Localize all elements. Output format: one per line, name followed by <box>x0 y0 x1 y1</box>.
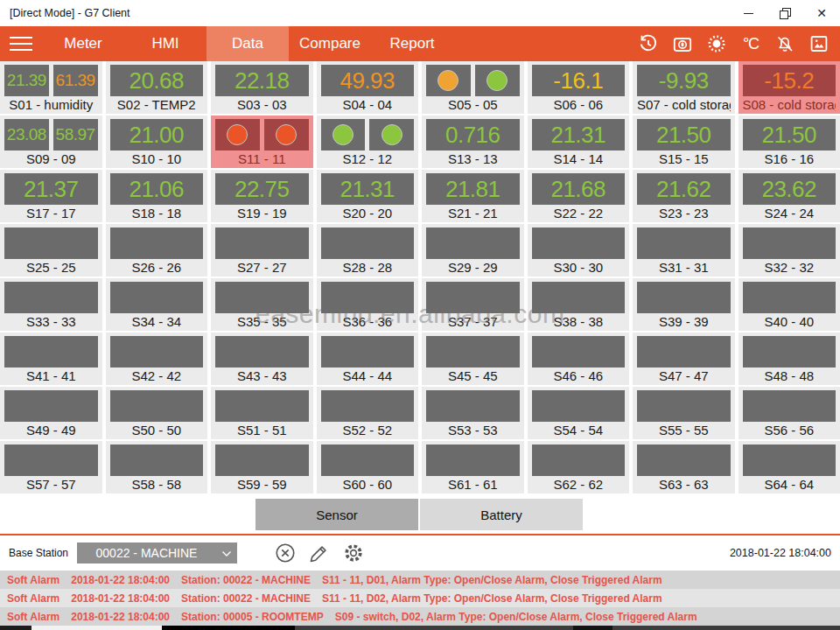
sensor-cell[interactable]: 21.50S16 - 16 <box>738 116 840 168</box>
settings-gear-icon[interactable] <box>342 542 365 564</box>
edit-pencil-icon[interactable] <box>308 542 331 564</box>
sensor-label: S59 - 59 <box>215 476 309 494</box>
sensor-cell[interactable]: S40 - 40 <box>738 278 840 331</box>
sensor-cell[interactable]: -16.1S06 - 06 <box>528 61 630 114</box>
sensor-cell[interactable]: S05 - 05 <box>422 61 524 114</box>
camera-icon[interactable] <box>672 33 693 54</box>
sensor-label: S09 - 09 <box>4 150 98 168</box>
sensor-value: 21.68 <box>550 173 606 205</box>
sensor-cell[interactable]: S58 - 58 <box>106 441 208 494</box>
sensor-cell[interactable]: 49.93S04 - 04 <box>317 61 419 114</box>
tab-compare[interactable]: Compare <box>289 26 371 61</box>
menu-button[interactable] <box>0 26 42 61</box>
sensor-cell[interactable]: S55 - 55 <box>633 387 735 439</box>
brightness-icon[interactable] <box>706 33 727 54</box>
sensor-cell[interactable]: 0.716S13 - 13 <box>422 116 524 168</box>
sensor-cell[interactable]: 21.31S14 - 14 <box>528 116 630 168</box>
sensor-cell[interactable]: S28 - 28 <box>317 224 419 276</box>
sensor-cell[interactable]: 21.37S17 - 17 <box>0 170 102 222</box>
sensor-cell[interactable]: S62 - 62 <box>528 441 630 494</box>
sensor-cell[interactable]: S30 - 30 <box>528 224 630 276</box>
sensor-cell[interactable]: S64 - 64 <box>738 441 840 494</box>
minimize-button[interactable] <box>730 0 766 26</box>
sensor-cell[interactable]: S57 - 57 <box>0 441 102 494</box>
sensor-label: S28 - 28 <box>321 259 415 276</box>
sensor-cell[interactable]: 22.75S19 - 19 <box>211 170 313 222</box>
sensor-cell[interactable]: S49 - 49 <box>0 387 102 439</box>
sensor-cell[interactable]: S56 - 56 <box>738 387 840 439</box>
alarm-detail: S11 - 11, D01, Alarm Type: Open/Close Al… <box>322 574 662 586</box>
alarm-mute-icon[interactable] <box>774 33 795 54</box>
sensor-value: -16.1 <box>553 65 603 96</box>
sensor-cell[interactable]: -9.93S07 - cold storage <box>633 61 735 114</box>
sensor-cell[interactable]: S47 - 47 <box>633 332 735 385</box>
tab-battery[interactable]: Battery <box>420 499 583 530</box>
sensor-cell[interactable]: 23.62S24 - 24 <box>738 170 840 222</box>
sensor-cell[interactable]: S37 - 37 <box>422 278 524 331</box>
sensor-cell[interactable]: S33 - 33 <box>0 278 102 331</box>
sensor-cell[interactable]: S34 - 34 <box>106 278 208 331</box>
sensor-cell[interactable]: 21.00S10 - 10 <box>106 116 208 168</box>
sensor-cell[interactable]: 20.68S02 - TEMP2 <box>106 61 208 114</box>
restore-button[interactable] <box>766 0 803 26</box>
sensor-cell[interactable]: 21.3961.39S01 - humidity <box>0 61 102 114</box>
sensor-cell[interactable]: S53 - 53 <box>422 387 524 439</box>
sensor-cell[interactable]: S26 - 26 <box>106 224 208 276</box>
sensor-label: S16 - 16 <box>743 150 836 168</box>
sensor-cell[interactable]: S42 - 42 <box>106 332 208 385</box>
sensor-label: S17 - 17 <box>4 205 98 222</box>
sensor-cell[interactable]: -15.2S08 - cold storage <box>738 61 840 114</box>
sensor-cell[interactable]: S35 - 35 <box>211 278 313 331</box>
sensor-cell[interactable]: S29 - 29 <box>422 224 524 276</box>
close-button[interactable]: ✕ <box>803 0 840 26</box>
sensor-cell[interactable]: S12 - 12 <box>317 116 419 168</box>
sensor-cell[interactable]: 21.68S22 - 22 <box>528 170 630 222</box>
sensor-cell[interactable]: S11 - 11 <box>211 116 313 168</box>
sensor-cell[interactable]: S25 - 25 <box>0 224 102 276</box>
sensor-cell[interactable]: S63 - 63 <box>633 441 735 494</box>
tab-report[interactable]: Report <box>371 26 453 61</box>
sensor-cell[interactable]: 23.0858.97S09 - 09 <box>0 116 102 168</box>
cancel-circle-icon[interactable] <box>274 542 297 564</box>
alarm-row[interactable]: Soft Alarm2018-01-22 18:04:00Station: 00… <box>0 589 840 607</box>
sensor-cell[interactable]: S48 - 48 <box>738 332 840 385</box>
tab-hmi[interactable]: HMI <box>124 26 206 61</box>
image-icon[interactable] <box>808 33 830 54</box>
base-station-dropdown[interactable]: 00022 - MACHINE <box>77 542 237 564</box>
sensor-cell[interactable]: S39 - 39 <box>633 278 735 331</box>
sensor-cell[interactable]: S27 - 27 <box>211 224 313 276</box>
sensor-cell[interactable]: S59 - 59 <box>211 441 313 494</box>
alarm-row[interactable]: Soft Alarm2018-01-22 18:04:00Station: 00… <box>0 607 840 626</box>
history-refresh-icon[interactable] <box>638 33 659 54</box>
sensor-value: 22.18 <box>234 65 290 96</box>
celsius-unit-icon[interactable]: °C <box>740 33 761 54</box>
switch-indicator <box>382 124 402 145</box>
sensor-cell[interactable]: S61 - 61 <box>422 441 524 494</box>
tab-sensor[interactable]: Sensor <box>256 499 418 530</box>
alarm-row[interactable]: Soft Alarm2018-01-22 18:04:00Station: 00… <box>0 570 840 589</box>
sensor-cell[interactable]: S54 - 54 <box>528 387 630 439</box>
sensor-cell[interactable]: 21.50S15 - 15 <box>633 116 735 168</box>
sensor-cell[interactable]: 21.81S21 - 21 <box>422 170 524 222</box>
sensor-value: 21.50 <box>761 119 816 150</box>
sensor-cell[interactable]: 21.31S20 - 20 <box>317 170 419 222</box>
tab-data[interactable]: Data <box>206 26 289 61</box>
sensor-cell[interactable]: 21.62S23 - 23 <box>633 170 735 222</box>
sensor-cell[interactable]: S46 - 46 <box>528 332 630 385</box>
sensor-label: S04 - 04 <box>321 96 415 114</box>
sensor-cell[interactable]: S52 - 52 <box>317 387 419 439</box>
sensor-cell[interactable]: S50 - 50 <box>106 387 208 439</box>
sensor-cell[interactable]: S31 - 31 <box>633 224 735 276</box>
sensor-cell[interactable]: S51 - 51 <box>211 387 313 439</box>
sensor-cell[interactable]: S43 - 43 <box>211 332 313 385</box>
sensor-cell[interactable]: 22.18S03 - 03 <box>211 61 313 114</box>
sensor-cell[interactable]: S36 - 36 <box>317 278 419 331</box>
tab-meter[interactable]: Meter <box>42 26 124 61</box>
sensor-cell[interactable]: S44 - 44 <box>317 332 419 385</box>
sensor-cell[interactable]: S38 - 38 <box>528 278 630 331</box>
sensor-cell[interactable]: S45 - 45 <box>422 332 524 385</box>
sensor-cell[interactable]: S32 - 32 <box>738 224 840 276</box>
sensor-cell[interactable]: 21.06S18 - 18 <box>106 170 208 222</box>
sensor-cell[interactable]: S60 - 60 <box>317 441 419 494</box>
sensor-cell[interactable]: S41 - 41 <box>0 332 102 385</box>
